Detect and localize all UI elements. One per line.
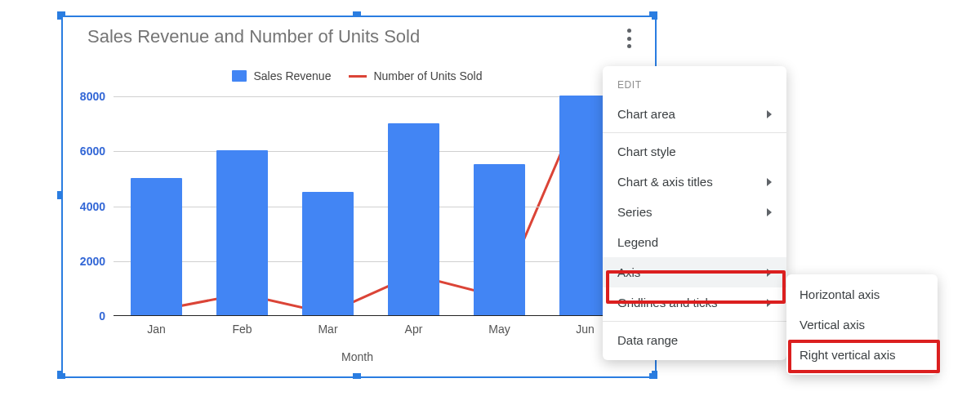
menu-separator [603, 132, 786, 133]
menu-item-axis-titles[interactable]: Chart & axis titles [603, 167, 786, 197]
y-tick-label: 8000 [80, 90, 105, 103]
menu-item-series[interactable]: Series [603, 197, 786, 227]
x-tick-label: Jan [147, 323, 166, 336]
menu-item-data-range[interactable]: Data range [603, 325, 786, 355]
submenu-arrow-icon [767, 178, 772, 186]
menu-item-label: Data range [617, 333, 678, 347]
x-tick-label: May [488, 323, 510, 336]
x-tick-label: Apr [405, 323, 423, 336]
menu-item-label: Chart & axis titles [617, 175, 713, 189]
legend-line-icon [349, 75, 367, 78]
bar[interactable] [131, 178, 182, 315]
y-tick-label: 6000 [80, 145, 105, 158]
x-tick-label: Feb [232, 323, 252, 336]
chart-card[interactable]: Sales Revenue and Number of Units Sold S… [63, 17, 652, 373]
bar[interactable] [216, 150, 268, 315]
y-tick-label: 4000 [80, 200, 105, 213]
chart-context-menu: EDIT Chart area Chart style Chart & axis… [603, 66, 786, 360]
bar[interactable] [388, 123, 439, 315]
legend-item-units[interactable]: Number of Units Sold [349, 69, 482, 82]
submenu-arrow-icon [767, 269, 772, 277]
y-tick-label: 2000 [80, 255, 105, 268]
submenu-arrow-icon [767, 110, 772, 118]
menu-item-legend[interactable]: Legend [603, 227, 786, 257]
gridline [114, 207, 628, 207]
legend-label: Sales Revenue [253, 69, 331, 82]
menu-item-label: Gridlines and ticks [617, 296, 718, 309]
menu-item-label: Chart style [617, 145, 676, 158]
gridline [114, 151, 628, 152]
submenu-item-horizontal-axis[interactable]: Horizontal axis [786, 279, 938, 309]
menu-separator [603, 321, 786, 322]
menu-item-chart-area[interactable]: Chart area [603, 99, 786, 129]
menu-item-label: Vertical axis [800, 318, 865, 332]
x-tick-label: Jun [576, 323, 595, 336]
x-tick-label: Mar [318, 323, 337, 336]
menu-item-label: Chart area [617, 107, 675, 121]
menu-item-label: Axis [617, 265, 640, 279]
menu-item-chart-style[interactable]: Chart style [603, 136, 786, 167]
menu-item-label: Horizontal axis [800, 287, 880, 301]
gridline [114, 96, 628, 97]
menu-item-gridlines[interactable]: Gridlines and ticks [603, 287, 786, 318]
bar[interactable] [302, 192, 354, 315]
submenu-item-right-vertical-axis[interactable]: Right vertical axis [786, 340, 938, 370]
legend-label: Number of Units Sold [373, 69, 482, 82]
bar[interactable] [474, 164, 525, 315]
menu-item-axis[interactable]: Axis [603, 257, 786, 287]
menu-item-label: Right vertical axis [800, 348, 896, 362]
legend-item-sales[interactable]: Sales Revenue [232, 69, 331, 82]
submenu-arrow-icon [767, 208, 772, 216]
gridline [114, 261, 628, 262]
axis-submenu: Horizontal axis Vertical axis Right vert… [786, 274, 938, 375]
chart-plot-area[interactable]: 02000400060008000JanFebMarAprMayJun [114, 96, 628, 316]
menu-section-header: EDIT [603, 74, 786, 99]
submenu-item-vertical-axis[interactable]: Vertical axis [786, 309, 938, 340]
submenu-arrow-icon [767, 299, 772, 307]
x-axis-label: Month [63, 350, 652, 363]
menu-item-label: Legend [617, 235, 658, 249]
y-tick-label: 0 [99, 309, 105, 323]
chart-legend: Sales Revenue Number of Units Sold [63, 69, 652, 82]
kebab-menu-icon[interactable] [621, 26, 637, 51]
legend-swatch-icon [232, 70, 247, 82]
menu-item-label: Series [617, 205, 653, 219]
chart-title: Sales Revenue and Number of Units Sold [87, 26, 420, 47]
